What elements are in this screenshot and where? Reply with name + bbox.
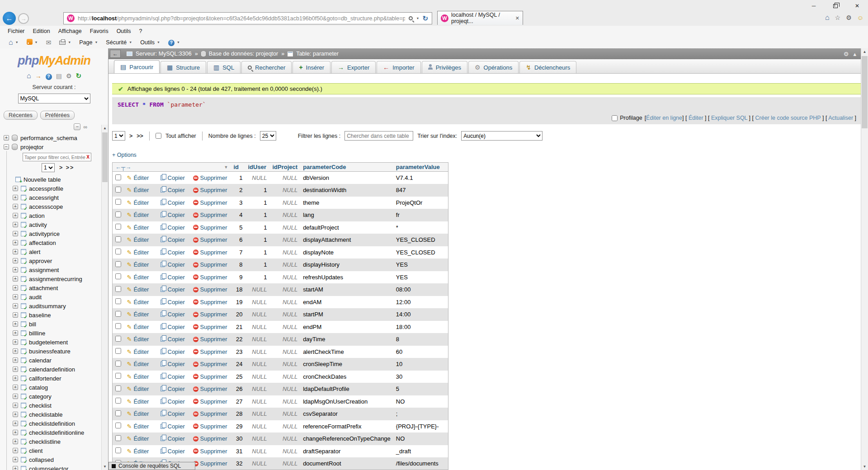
main-scrollbar[interactable]: ▲ ▼ [861,48,868,470]
edit-link[interactable]: Éditer [133,385,149,392]
filter-rows-input[interactable] [344,131,413,141]
menu-item-5[interactable]: ? [135,28,146,34]
delete-link[interactable]: Supprimer [200,385,227,392]
sidebar-scrollbar[interactable]: ▲ ▼ [101,125,108,470]
expand-icon[interactable]: + [13,303,18,309]
expand-icon[interactable]: + [13,249,18,254]
copy-link[interactable]: Copier [168,398,185,405]
docs-icon[interactable]: ▤ [56,72,62,80]
tree-table-item[interactable]: +checklistdefinition [9,419,108,428]
expand-icon[interactable]: + [13,330,18,336]
copy-link[interactable]: Copier [168,224,185,231]
delete-link[interactable]: Supprimer [200,212,227,218]
column-move-icons[interactable]: ←┬→ [115,164,131,170]
collapse-up-icon[interactable]: ▴ [853,51,856,57]
star-icon[interactable]: ☆ [835,14,841,22]
row-select-cell[interactable] [113,197,124,209]
tab-operations[interactable]: ⚙Opérations [468,61,519,73]
column-sort-link[interactable]: idUser [248,164,266,170]
delete-link[interactable]: Supprimer [200,199,227,206]
column-header-id[interactable]: id [231,163,245,172]
expand-icon[interactable]: + [13,213,18,218]
row-select-cell[interactable] [113,184,124,197]
edit-link[interactable]: Éditer [133,448,149,455]
phpmyadmin-logo[interactable]: phpMyAdmin [0,54,108,68]
sql-console-bar[interactable]: Console de requêtes SQL [108,462,195,470]
expand-icon[interactable]: + [13,240,18,245]
expand-icon[interactable]: + [13,430,18,435]
edit-link[interactable]: Éditer [133,224,149,231]
gear-icon[interactable]: ⚙ [846,14,852,22]
delete-link[interactable]: Supprimer [200,398,227,405]
delete-link[interactable]: Supprimer [200,373,227,380]
copy-link[interactable]: Copier [168,249,185,256]
row-select-cell[interactable] [113,383,124,395]
copy-link[interactable]: Copier [168,361,185,367]
options-toggle[interactable]: + Options [112,152,861,158]
row-checkbox[interactable] [115,249,121,254]
tab-rechercher[interactable]: Rechercher [241,61,292,73]
row-select-cell[interactable] [113,420,124,433]
tree-table-item[interactable]: +checklistline [9,437,108,446]
profiling-link-1[interactable]: Éditer [689,115,703,121]
row-select-cell[interactable] [113,308,124,321]
expand-icon[interactable]: + [13,312,18,318]
tree-table-item[interactable]: +calendardefinition [9,365,108,374]
expand-icon[interactable]: + [13,321,18,327]
print-button[interactable]: ▼ [55,39,75,46]
edit-link[interactable]: Éditer [133,423,149,430]
expand-icon[interactable]: + [13,421,18,426]
expand-icon[interactable]: + [13,348,18,354]
tab-close-icon[interactable]: ✕ [515,15,519,21]
row-checkbox[interactable] [115,224,121,230]
tree-table-item[interactable]: +checklistdefinitionline [9,428,108,437]
menu-item-4[interactable]: Outils [113,28,135,34]
menu-item-0[interactable]: Fichier [4,28,29,34]
row-select-cell[interactable] [113,258,124,271]
expand-icon[interactable]: + [13,403,18,408]
page-menu[interactable]: Page▼ [75,39,102,46]
row-checkbox[interactable] [115,447,121,453]
tree-table-item[interactable]: +auditsummary [9,301,108,310]
collapse-all-icon[interactable]: − [74,123,80,130]
delete-link[interactable]: Supprimer [200,361,227,367]
row-select-cell[interactable] [113,221,124,234]
tree-table-item[interactable]: +catalog [9,383,108,392]
row-select-cell[interactable] [113,445,124,458]
row-select-cell[interactable] [113,271,124,284]
profiling-link-3[interactable]: Créer le code source PHP [755,115,821,121]
edit-link[interactable]: Éditer [133,199,149,206]
row-checkbox[interactable] [115,398,121,404]
copy-link[interactable]: Copier [168,311,185,318]
delete-link[interactable]: Supprimer [200,274,227,281]
delete-link[interactable]: Supprimer [200,435,227,442]
tree-table-item[interactable]: +assignmentrecurring [9,274,108,283]
copy-link[interactable]: Copier [168,348,185,355]
copy-link[interactable]: Copier [168,336,185,343]
row-checkbox[interactable] [115,348,121,354]
expand-icon[interactable]: + [13,258,18,263]
back-button[interactable]: ← [3,12,16,25]
copy-link[interactable]: Copier [168,385,185,392]
row-checkbox[interactable] [115,187,121,193]
tree-table-item[interactable]: +alert [9,247,108,256]
edit-link[interactable]: Éditer [133,311,149,318]
column-sort-link[interactable]: parameterCode [303,164,346,170]
tree-table-item[interactable]: +accessscope [9,202,108,211]
profiling-link-4[interactable]: Actualiser [828,115,853,121]
row-select-cell[interactable] [113,209,124,221]
edit-link[interactable]: Éditer [133,324,149,330]
column-header-parameterValue[interactable]: parameterValue [393,163,448,172]
tree-table-item[interactable]: +audit [9,292,108,301]
restore-button[interactable] [825,0,846,12]
copy-link[interactable]: Copier [168,423,185,430]
tree-filter-box[interactable]: X [23,153,91,161]
menu-item-1[interactable]: Edition [29,28,54,34]
column-sort-link[interactable]: parameterValue [396,164,440,170]
delete-link[interactable]: Supprimer [200,174,227,181]
copy-link[interactable]: Copier [168,174,185,181]
close-button[interactable]: ✕ [846,0,868,12]
copy-link[interactable]: Copier [168,212,185,218]
copy-link[interactable]: Copier [168,324,185,330]
row-checkbox[interactable] [115,361,121,367]
